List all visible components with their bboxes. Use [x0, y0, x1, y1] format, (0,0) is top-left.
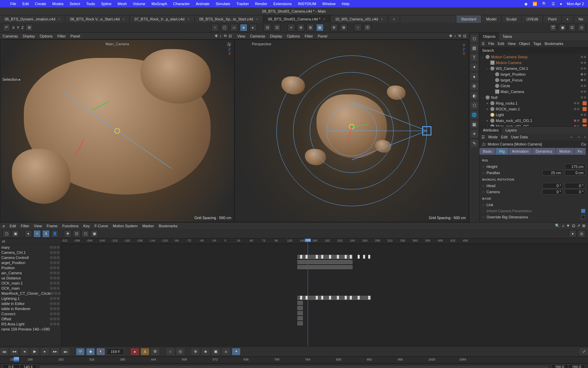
palette-tool[interactable]: ✴ — [471, 130, 478, 138]
attr-mode[interactable]: Mode — [488, 135, 498, 139]
keyframe-region[interactable] — [297, 311, 303, 315]
palette-tool[interactable]: ✦ — [471, 63, 478, 71]
material-tag[interactable] — [583, 107, 587, 111]
obj-menu-item[interactable]: Object — [519, 42, 530, 46]
menu-render[interactable]: Render — [255, 2, 267, 6]
vp-nav-icon[interactable]: ↕ — [220, 34, 222, 38]
viewport-right[interactable]: Perspective Grid Spacing : 500 cm YZX — [234, 40, 469, 222]
object-row[interactable]: +ROCK_main.1 — [479, 106, 588, 112]
k1[interactable]: ≡ — [222, 348, 230, 355]
attr-subtab[interactable]: Dynamics — [532, 148, 555, 155]
attribute-menu[interactable]: ☰ Mode Edit User Data ← → ↑ — [479, 134, 588, 140]
snap-grid[interactable]: ⊞ — [307, 24, 314, 31]
expand-button[interactable]: ⤢ — [580, 348, 588, 355]
menu-edit[interactable]: Edit — [22, 2, 29, 6]
tl-menu-icon[interactable]: ▼ — [566, 224, 570, 228]
tool-selected[interactable]: ◈ — [240, 24, 247, 31]
vp-nav-icon[interactable]: ↕ — [454, 34, 456, 38]
playhead-marker[interactable]: 159 — [14, 357, 19, 362]
expand-icon[interactable]: + — [486, 101, 489, 105]
menu-mograph[interactable]: MoGraph — [151, 2, 167, 6]
back-icon[interactable]: ← — [570, 135, 574, 139]
track-row[interactable]: Position — [0, 265, 61, 270]
axis-x[interactable]: X — [12, 26, 15, 30]
vp-menu-options[interactable]: Options — [40, 34, 53, 38]
attr-userdata[interactable]: User Data — [511, 135, 528, 139]
tool-r1[interactable]: ○ — [354, 24, 362, 31]
object-manager[interactable]: ObjectsTakes ☰ FileEditViewObjectTagsBoo… — [479, 33, 588, 222]
attr-height-input[interactable] — [565, 164, 585, 169]
expand-icon[interactable]: - — [486, 66, 489, 71]
menu-create[interactable]: Create — [35, 2, 46, 6]
menu-insydium[interactable]: INSYDIUM — [298, 2, 316, 6]
menu-tracker[interactable]: Tracker — [236, 2, 249, 6]
menu-modes[interactable]: Modes — [52, 2, 64, 6]
tool-g2[interactable]: ✿ — [340, 24, 347, 31]
menu-volume[interactable]: Volume — [133, 2, 146, 6]
tool-cube[interactable]: ▢ — [221, 24, 228, 31]
next-frame-button[interactable]: ▸ — [41, 348, 49, 355]
attr-subtab[interactable]: Basic — [479, 148, 495, 155]
vp-menu-view[interactable]: View — [237, 34, 245, 38]
vp-nav-icon[interactable]: ⟲ — [224, 34, 227, 38]
track-row[interactable]: RS Area Light — [0, 321, 61, 326]
close-icon[interactable]: × — [381, 17, 383, 21]
transport-bar[interactable]: ⏮ ◂◂ ◂ ▶ ▸ ▸▸ ⏭ ⟳ ◆ 🔇 ● A ⚙ ○ ◎ ⊕ ◈ ▣ ≡ … — [0, 346, 588, 356]
vp-menu-filter[interactable]: Filter — [58, 34, 66, 38]
workspace-tab[interactable]: Ne — [573, 15, 588, 23]
material-tag[interactable] — [583, 101, 587, 105]
attr-edit[interactable]: Edit — [501, 135, 508, 139]
track-row[interactable]: Lightning.1 — [0, 296, 61, 301]
attr-cam1-input[interactable] — [542, 189, 563, 195]
key-opts[interactable]: ⚙ — [151, 348, 159, 355]
tl-e[interactable]: e — [3, 224, 5, 228]
workspace-tab[interactable]: Sculpt — [501, 15, 522, 23]
track-row[interactable]: arget_Position — [0, 260, 61, 265]
tool-plane[interactable]: ▱ — [230, 24, 238, 31]
snap-1[interactable]: ⌖ — [288, 24, 295, 31]
object-row[interactable]: Light — [479, 112, 588, 118]
tl-menu-icon[interactable]: ⊡ — [572, 224, 575, 228]
tool-palette[interactable]: ◻▧T✦●⚙◐⬡🌐▦✴✎ — [469, 33, 479, 222]
timeline-toolbar[interactable]: ▢ ▣ ● ≡ A 👤 ✥ ⊡ ▢ ▣ ● ◎ — [0, 229, 588, 239]
menu-character[interactable]: Character — [173, 2, 190, 6]
menu-mesh[interactable]: Mesh — [118, 2, 127, 6]
track-row[interactable]: ain_Camera — [0, 270, 61, 275]
palette-tool[interactable]: ◐ — [471, 92, 478, 99]
expand-icon[interactable]: + — [486, 107, 489, 111]
vp-menu-panel[interactable]: Panel — [70, 34, 80, 38]
workspace-tab[interactable]: Paint — [543, 15, 561, 23]
track-row[interactable]: Camera Controll — [0, 255, 61, 260]
tl-menu-item[interactable]: View — [34, 224, 42, 228]
pla-key[interactable]: ◈ — [201, 348, 210, 355]
workspace-tab[interactable]: UVEdit — [521, 15, 543, 23]
object-row[interactable]: +Main_rock_v01_OG — [479, 123, 588, 126]
workspace-tab[interactable]: Model — [481, 15, 501, 23]
menubar-status-icon[interactable]: 🔍 — [542, 2, 547, 6]
object-row[interactable]: target_Position — [479, 71, 588, 77]
prev-frame-button[interactable]: ◂ — [20, 348, 29, 355]
document-tab[interactable]: 05_BTS_Dynami...imation.c4d× — [0, 15, 65, 22]
attr-override-checkbox[interactable] — [581, 215, 585, 219]
attr-parallax2-input[interactable] — [565, 170, 585, 175]
vp-menu-display[interactable]: Display — [23, 34, 35, 38]
menubar-date[interactable]: Mon Apr 2 — [567, 2, 584, 6]
tl-tool[interactable]: ▢ — [3, 230, 10, 237]
object-manager-menu[interactable]: ☰ FileEditViewObjectTagsBookmarks — [479, 40, 588, 47]
tl-tool[interactable]: ▣ — [12, 230, 19, 237]
palette-tool[interactable]: 🌐 — [471, 111, 478, 119]
document-tabs[interactable]: 05_BTS_Dynami...imation.c4d×06_BTS_Rock … — [0, 15, 588, 22]
step-fwd-button[interactable]: ▸▸ — [51, 348, 59, 355]
attr-head2-input[interactable] — [565, 183, 585, 188]
attr-tab[interactable]: Layers — [502, 127, 520, 134]
k2[interactable]: ✦ — [232, 348, 240, 355]
timeline[interactable]: e EditFilterViewFrameFunctionsKeyF-Curve… — [0, 222, 588, 368]
close-icon[interactable]: × — [323, 17, 325, 21]
attr-cu[interactable]: Cu — [581, 142, 586, 146]
expand-icon[interactable]: - — [481, 95, 484, 99]
document-tab[interactable]: 10_WS_Camera_v01.c4d× — [330, 15, 388, 22]
tl-k[interactable]: ⊡ — [73, 230, 80, 237]
pos-key[interactable]: ○ — [166, 348, 174, 355]
tl-menu-item[interactable]: Edit — [10, 224, 16, 228]
range-end-input[interactable] — [551, 364, 568, 368]
